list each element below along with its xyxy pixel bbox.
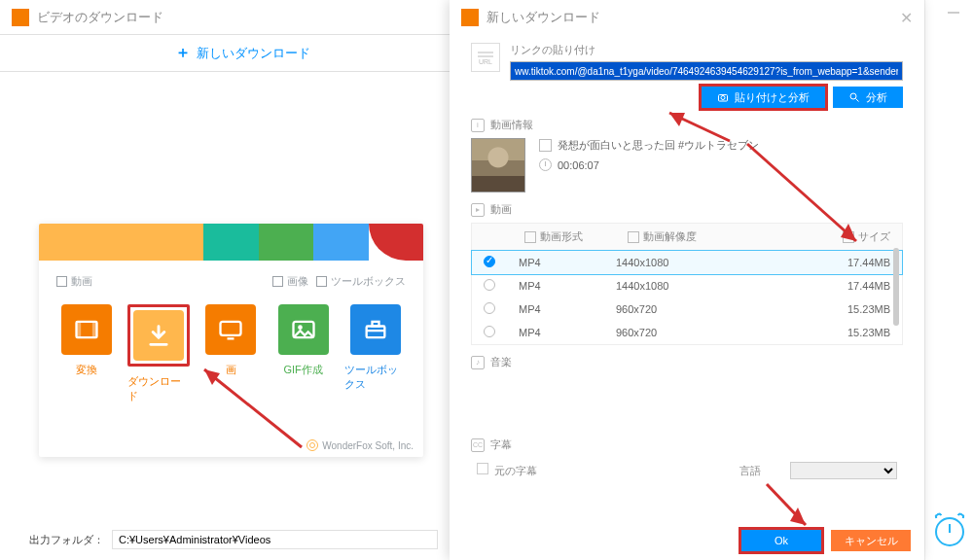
- label-video: 動画: [56, 274, 92, 289]
- paste-analyze-button[interactable]: 貼り付けと分析: [702, 87, 825, 108]
- row-resolution: 1440x1080: [616, 257, 752, 268]
- format-row[interactable]: MP4960x72015.23MB: [472, 298, 902, 321]
- right-sidebar: [924, 0, 973, 560]
- video-info-section-label: i 動画情報: [471, 118, 903, 132]
- screen-icon: [205, 304, 256, 355]
- item-gif-label: GIF作成: [283, 363, 322, 377]
- size-icon: [843, 231, 854, 243]
- analyze-button[interactable]: 分析: [833, 87, 903, 108]
- svg-point-10: [721, 96, 725, 100]
- alarm-button[interactable]: [935, 517, 964, 546]
- feature-items: 変換 ダウンロード 画 GIF作成 ツールボックス: [39, 295, 423, 411]
- row-size: 17.44MB: [752, 257, 890, 268]
- music-icon: ♪: [471, 356, 485, 369]
- radio-icon: [484, 256, 495, 267]
- subtitle-body: 元の字幕 言語: [471, 452, 903, 489]
- language-label: 言語: [739, 464, 761, 478]
- item-download-label: ダウンロード: [127, 374, 190, 403]
- url-field-wrap: リンクの貼り付け: [510, 43, 903, 81]
- svg-rect-3: [221, 322, 241, 335]
- audio-section-label: ♪ 音楽: [471, 355, 903, 369]
- minimize-icon[interactable]: [948, 12, 959, 14]
- film-icon: ▸: [471, 203, 485, 217]
- item-toolbox[interactable]: ツールボックス: [344, 304, 407, 403]
- toolbox-mini-icon: [316, 276, 327, 287]
- col-size: サイズ: [770, 229, 890, 244]
- close-icon[interactable]: ✕: [900, 9, 913, 27]
- info-icon: i: [471, 119, 485, 132]
- format-table-header: 動画形式 動画解像度 サイズ: [471, 223, 903, 251]
- item-screen[interactable]: 画: [199, 304, 262, 403]
- output-folder-input[interactable]: [112, 530, 438, 549]
- brand-icon: [306, 439, 318, 451]
- row-format: MP4: [519, 327, 616, 338]
- feature-brand: WonderFox Soft, Inc.: [306, 439, 414, 451]
- new-download-dialog: 新しいダウンロード ✕ URL リンクの貼り付け 貼り付けと分析 分析: [450, 0, 924, 560]
- item-download[interactable]: ダウンロード: [127, 304, 190, 403]
- row-format: MP4: [519, 303, 616, 315]
- url-input[interactable]: [510, 61, 903, 81]
- analyze-button-row: 貼り付けと分析 分析: [471, 87, 903, 108]
- format-row[interactable]: MP41440x108017.44MB: [472, 274, 902, 298]
- feature-card: 動画 画像 ツールボックス 変換 ダウンロード 画 GIF作成: [39, 224, 423, 457]
- cc-icon: CC: [471, 438, 485, 452]
- download-highlight: [127, 304, 190, 367]
- url-row: URL リンクの貼り付け: [471, 43, 903, 81]
- svg-point-6: [298, 325, 303, 330]
- format-row[interactable]: MP41440x108017.44MB: [472, 251, 902, 274]
- svg-point-12: [850, 93, 856, 99]
- row-size: 15.23MB: [752, 327, 890, 338]
- new-download-button[interactable]: ＋ 新しいダウンロード: [0, 35, 486, 71]
- search-icon: [848, 91, 860, 103]
- paste-link-label: リンクの貼り付け: [510, 43, 903, 57]
- subtitle-section-label: CC 字幕: [471, 438, 903, 452]
- url-icon: URL: [471, 43, 500, 72]
- format-row[interactable]: MP4960x72015.23MB: [472, 321, 902, 344]
- dialog-body: URL リンクの貼り付け 貼り付けと分析 分析 i 動画情報: [450, 35, 924, 521]
- item-gif[interactable]: GIF作成: [272, 304, 335, 403]
- row-resolution: 960x720: [616, 303, 752, 315]
- language-select[interactable]: [790, 462, 897, 479]
- video-section-label: ▸ 動画: [471, 202, 903, 217]
- format-scrollbar[interactable]: [893, 248, 899, 326]
- convert-icon: [61, 304, 112, 355]
- ok-button[interactable]: Ok: [741, 530, 821, 551]
- app-icon: [12, 9, 29, 26]
- brand-label: WonderFox Soft, Inc.: [322, 440, 414, 451]
- radio-icon: [484, 326, 495, 337]
- video-duration-row: 00:06:07: [539, 158, 903, 171]
- video-thumbnail: [471, 138, 525, 192]
- row-format: MP4: [519, 280, 616, 292]
- col-resolution: 動画解像度: [628, 229, 764, 244]
- video-title-row: 発想が面白いと思った回 #ウルトラセブン: [539, 138, 903, 153]
- label-toolbox: ツールボックス: [316, 274, 406, 289]
- item-screen-label: 画: [226, 363, 236, 377]
- subtitle-section: CC 字幕 元の字幕 言語: [471, 438, 903, 489]
- gif-icon: [278, 304, 329, 355]
- output-folder-label: 出力フォルダ：: [29, 533, 104, 547]
- dialog-titlebar: 新しいダウンロード ✕: [450, 0, 924, 35]
- col-format: 動画形式: [524, 229, 622, 244]
- item-convert[interactable]: 変換: [55, 304, 118, 403]
- paste-analyze-label: 貼り付けと分析: [735, 90, 810, 105]
- toolbox-icon: [350, 304, 401, 355]
- analyze-label: 分析: [866, 90, 887, 105]
- row-format: MP4: [519, 257, 616, 268]
- format-icon: [524, 231, 536, 243]
- format-rows: MP41440x108017.44MBMP41440x108017.44MBMP…: [471, 251, 903, 345]
- video-title: 発想が面白いと思った回 #ウルトラセブン: [558, 138, 759, 153]
- row-resolution: 1440x1080: [616, 280, 752, 292]
- original-sub-checkbox[interactable]: 元の字幕: [477, 463, 537, 478]
- feature-labels: 動画 画像 ツールボックス: [39, 261, 423, 295]
- dialog-title: 新しいダウンロード: [486, 9, 600, 26]
- new-download-label: 新しいダウンロード: [197, 45, 310, 62]
- video-duration: 00:06:07: [558, 159, 599, 171]
- row-size: 15.23MB: [752, 303, 890, 315]
- clock-icon: [539, 158, 552, 171]
- label-image: 画像: [272, 274, 308, 289]
- svg-rect-2: [92, 322, 97, 337]
- plus-icon: ＋: [175, 43, 191, 63]
- video-info: 発想が面白いと思った回 #ウルトラセブン 00:06:07: [471, 138, 903, 192]
- cancel-button[interactable]: キャンセル: [831, 530, 911, 551]
- output-folder-row: 出力フォルダ：: [29, 530, 438, 549]
